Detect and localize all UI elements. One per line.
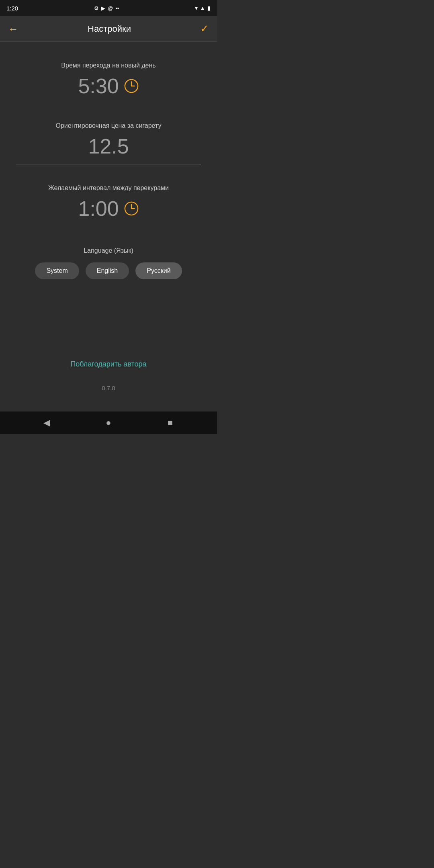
day-transition-section: Время перехода на новый день 5:30: [0, 50, 217, 110]
language-system-button[interactable]: System: [35, 262, 79, 279]
smoke-interval-label: Желаемый интервал между перекурами: [48, 184, 169, 192]
confirm-button[interactable]: ✓: [200, 23, 209, 35]
day-transition-clock-icon[interactable]: [124, 78, 139, 94]
status-icons: ⚙ ▶ @ ▪▪: [94, 5, 119, 11]
back-button[interactable]: ←: [8, 24, 18, 34]
settings-status-icon: ⚙: [94, 5, 99, 11]
id-status-icon: ▪▪: [115, 5, 119, 11]
signal-icon: ▲: [200, 5, 205, 11]
thank-author-link[interactable]: Поблагодарить автора: [70, 360, 146, 368]
version-section: 0.7.8: [94, 381, 123, 403]
cigarette-price-section: Ориентировочная цена за сигарету 12.5: [0, 110, 217, 168]
at-status-icon: @: [108, 5, 113, 11]
settings-content: Время перехода на новый день 5:30 Ориент…: [0, 42, 217, 411]
status-bar: 1:20 ⚙ ▶ @ ▪▪ ▾ ▲ ▮: [0, 0, 217, 16]
price-underline: [16, 164, 201, 164]
smoke-interval-time: 1:00: [78, 197, 119, 221]
language-buttons: System English Русский: [35, 262, 182, 279]
language-section: Language (Язык) System English Русский: [0, 233, 217, 294]
day-transition-value[interactable]: 5:30: [78, 74, 139, 98]
page-title: Настройки: [88, 24, 131, 34]
smoke-interval-clock-icon[interactable]: [124, 201, 139, 216]
nav-bar: ◀ ● ■: [0, 411, 217, 434]
language-english-button[interactable]: English: [86, 262, 129, 279]
play-status-icon: ▶: [101, 5, 105, 11]
nav-recent-button[interactable]: ■: [160, 413, 180, 432]
version-text: 0.7.8: [102, 385, 115, 391]
status-time: 1:20: [6, 5, 18, 12]
day-transition-time: 5:30: [78, 74, 119, 98]
language-russian-button[interactable]: Русский: [135, 262, 182, 279]
cigarette-price-label: Ориентировочная цена за сигарету: [56, 122, 162, 129]
nav-back-button[interactable]: ◀: [37, 413, 57, 432]
cigarette-price-value[interactable]: 12.5: [88, 134, 129, 158]
thank-author-section: Поблагодарить автора: [62, 348, 154, 381]
smoke-interval-value[interactable]: 1:00: [78, 197, 139, 221]
smoke-interval-section: Желаемый интервал между перекурами 1:00: [0, 168, 217, 233]
language-label: Language (Язык): [84, 247, 133, 254]
wifi-icon: ▾: [195, 5, 198, 11]
battery-icon: ▮: [207, 5, 211, 11]
day-transition-label: Время перехода на новый день: [61, 62, 156, 69]
status-right-icons: ▾ ▲ ▮: [195, 5, 211, 11]
nav-home-button[interactable]: ●: [99, 413, 118, 432]
app-bar: ← Настройки ✓: [0, 16, 217, 42]
